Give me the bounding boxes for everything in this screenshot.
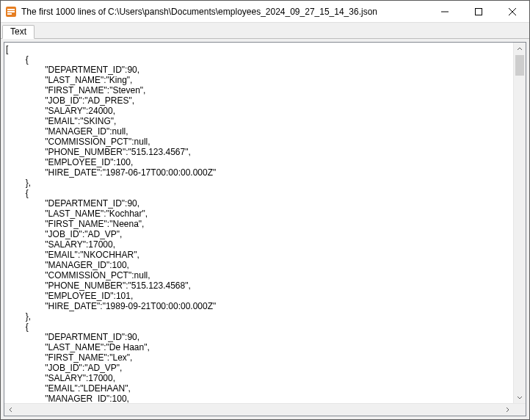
svg-rect-1 <box>7 9 15 10</box>
app-window: The first 1000 lines of C:\Users\pansh\D… <box>0 0 530 420</box>
tabstrip: Text <box>1 23 529 39</box>
horizontal-scrollbar[interactable] <box>4 403 526 416</box>
window-title: The first 1000 lines of C:\Users\pansh\D… <box>21 7 428 17</box>
vertical-scroll-track[interactable] <box>514 55 526 391</box>
svg-rect-5 <box>476 8 482 15</box>
scroll-right-arrow-icon[interactable] <box>501 404 513 416</box>
scroll-left-arrow-icon[interactable] <box>4 404 17 416</box>
maximize-button[interactable] <box>462 1 495 22</box>
minimize-button[interactable] <box>428 1 462 22</box>
tab-text[interactable]: Text <box>2 25 35 39</box>
titlebar[interactable]: The first 1000 lines of C:\Users\pansh\D… <box>1 1 529 23</box>
svg-rect-2 <box>7 11 15 12</box>
vertical-scroll-thumb[interactable] <box>515 55 524 76</box>
text-viewer: [ { "DEPARTMENT_ID":90, "LAST_NAME":"Kin… <box>4 42 526 416</box>
horizontal-scroll-track[interactable] <box>17 404 501 416</box>
svg-rect-3 <box>7 13 12 15</box>
app-icon <box>5 6 17 18</box>
content-area: [ { "DEPARTMENT_ID":90, "LAST_NAME":"Kin… <box>1 39 529 419</box>
json-text[interactable]: [ { "DEPARTMENT_ID":90, "LAST_NAME":"Kin… <box>4 43 513 403</box>
scrollbar-corner <box>513 404 526 416</box>
vertical-scrollbar[interactable] <box>513 43 526 403</box>
tab-label: Text <box>10 26 26 37</box>
window-controls <box>428 1 529 22</box>
close-button[interactable] <box>495 1 529 22</box>
scroll-up-arrow-icon[interactable] <box>514 43 526 55</box>
scroll-down-arrow-icon[interactable] <box>514 391 526 403</box>
